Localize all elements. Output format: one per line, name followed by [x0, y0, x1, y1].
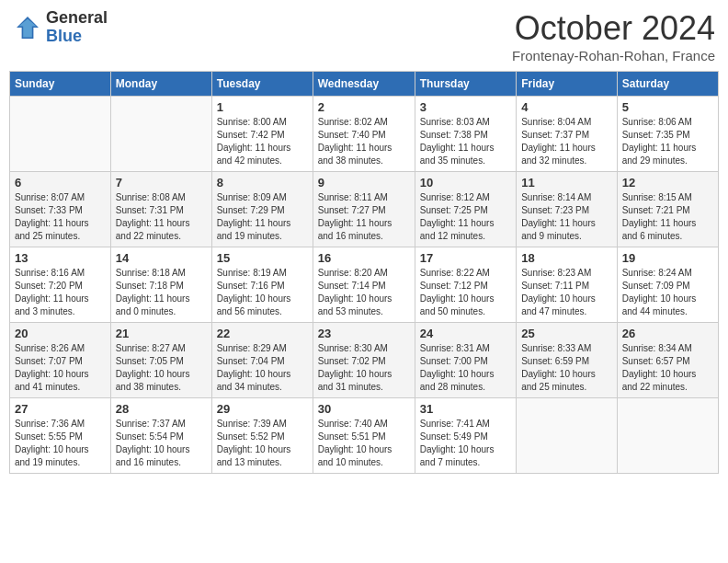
- day-number: 19: [622, 251, 713, 265]
- header-row: SundayMondayTuesdayWednesdayThursdayFrid…: [10, 72, 719, 97]
- calendar-cell: 9Sunrise: 8:11 AM Sunset: 7:27 PM Daylig…: [313, 172, 415, 247]
- calendar-cell: 2Sunrise: 8:02 AM Sunset: 7:40 PM Daylig…: [313, 97, 415, 172]
- calendar-cell: 11Sunrise: 8:14 AM Sunset: 7:23 PM Dayli…: [517, 172, 618, 247]
- cell-details: Sunrise: 8:06 AM Sunset: 7:35 PM Dayligh…: [622, 116, 713, 167]
- calendar-cell: 10Sunrise: 8:12 AM Sunset: 7:25 PM Dayli…: [415, 172, 516, 247]
- svg-marker-1: [18, 18, 36, 37]
- header-day-wednesday: Wednesday: [313, 72, 415, 97]
- cell-details: Sunrise: 7:40 AM Sunset: 5:51 PM Dayligh…: [318, 418, 410, 469]
- day-number: 6: [15, 176, 106, 190]
- cell-details: Sunrise: 8:18 AM Sunset: 7:18 PM Dayligh…: [116, 267, 207, 318]
- logo-icon: [13, 13, 42, 42]
- cell-details: Sunrise: 8:24 AM Sunset: 7:09 PM Dayligh…: [622, 267, 713, 318]
- day-number: 7: [116, 176, 207, 190]
- day-number: 26: [622, 327, 713, 340]
- calendar-cell: 7Sunrise: 8:08 AM Sunset: 7:31 PM Daylig…: [110, 172, 211, 247]
- day-number: 3: [420, 100, 511, 114]
- cell-details: Sunrise: 8:30 AM Sunset: 7:02 PM Dayligh…: [318, 342, 410, 394]
- calendar-cell: 29Sunrise: 7:39 AM Sunset: 5:52 PM Dayli…: [211, 398, 313, 474]
- day-number: 25: [521, 327, 612, 340]
- calendar-cell: [10, 97, 111, 172]
- day-number: 1: [217, 100, 308, 114]
- logo: General Blue: [13, 9, 108, 46]
- week-row-2: 6Sunrise: 8:07 AM Sunset: 7:33 PM Daylig…: [10, 172, 719, 247]
- calendar-cell: 23Sunrise: 8:30 AM Sunset: 7:02 PM Dayli…: [313, 323, 415, 398]
- calendar-cell: 22Sunrise: 8:29 AM Sunset: 7:04 PM Dayli…: [211, 323, 313, 398]
- calendar-cell: 6Sunrise: 8:07 AM Sunset: 7:33 PM Daylig…: [10, 172, 111, 247]
- calendar-cell: 16Sunrise: 8:20 AM Sunset: 7:14 PM Dayli…: [313, 247, 415, 323]
- logo-blue-text: Blue: [46, 28, 108, 46]
- day-number: 9: [318, 176, 410, 190]
- calendar-cell: 5Sunrise: 8:06 AM Sunset: 7:35 PM Daylig…: [617, 97, 718, 172]
- calendar-cell: 18Sunrise: 8:23 AM Sunset: 7:11 PM Dayli…: [517, 247, 618, 323]
- logo-general-text: General: [46, 9, 108, 28]
- day-number: 18: [521, 251, 612, 265]
- calendar-cell: 19Sunrise: 8:24 AM Sunset: 7:09 PM Dayli…: [617, 247, 718, 323]
- cell-details: Sunrise: 8:33 AM Sunset: 6:59 PM Dayligh…: [521, 342, 612, 394]
- calendar-cell: [110, 97, 211, 172]
- day-number: 22: [217, 327, 308, 340]
- day-number: 29: [217, 402, 308, 416]
- cell-details: Sunrise: 8:22 AM Sunset: 7:12 PM Dayligh…: [420, 267, 511, 318]
- calendar-cell: 4Sunrise: 8:04 AM Sunset: 7:37 PM Daylig…: [517, 97, 618, 172]
- calendar-cell: 31Sunrise: 7:41 AM Sunset: 5:49 PM Dayli…: [415, 398, 516, 474]
- cell-details: Sunrise: 8:15 AM Sunset: 7:21 PM Dayligh…: [622, 191, 713, 243]
- cell-details: Sunrise: 8:07 AM Sunset: 7:33 PM Dayligh…: [15, 191, 106, 243]
- day-number: 2: [318, 100, 410, 114]
- calendar-cell: 25Sunrise: 8:33 AM Sunset: 6:59 PM Dayli…: [517, 323, 618, 398]
- day-number: 10: [420, 176, 511, 190]
- day-number: 16: [318, 251, 410, 265]
- day-number: 15: [217, 251, 308, 265]
- calendar-cell: 3Sunrise: 8:03 AM Sunset: 7:38 PM Daylig…: [415, 97, 516, 172]
- week-row-4: 20Sunrise: 8:26 AM Sunset: 7:07 PM Dayli…: [10, 323, 719, 398]
- calendar-cell: 8Sunrise: 8:09 AM Sunset: 7:29 PM Daylig…: [211, 172, 313, 247]
- cell-details: Sunrise: 8:03 AM Sunset: 7:38 PM Dayligh…: [420, 116, 511, 167]
- calendar-cell: 15Sunrise: 8:19 AM Sunset: 7:16 PM Dayli…: [211, 247, 313, 323]
- calendar-cell: 28Sunrise: 7:37 AM Sunset: 5:54 PM Dayli…: [110, 398, 211, 474]
- calendar-cell: 17Sunrise: 8:22 AM Sunset: 7:12 PM Dayli…: [415, 247, 516, 323]
- day-number: 13: [15, 251, 106, 265]
- header-day-sunday: Sunday: [10, 72, 111, 97]
- day-number: 23: [318, 327, 410, 340]
- header-day-monday: Monday: [110, 72, 211, 97]
- cell-details: Sunrise: 8:29 AM Sunset: 7:04 PM Dayligh…: [217, 342, 308, 394]
- cell-details: Sunrise: 7:36 AM Sunset: 5:55 PM Dayligh…: [15, 418, 106, 469]
- calendar-table: SundayMondayTuesdayWednesdayThursdayFrid…: [9, 71, 719, 474]
- day-number: 17: [420, 251, 511, 265]
- day-number: 12: [622, 176, 713, 190]
- cell-details: Sunrise: 8:20 AM Sunset: 7:14 PM Dayligh…: [318, 267, 410, 318]
- cell-details: Sunrise: 8:26 AM Sunset: 7:07 PM Dayligh…: [15, 342, 106, 394]
- calendar-cell: 13Sunrise: 8:16 AM Sunset: 7:20 PM Dayli…: [10, 247, 111, 323]
- cell-details: Sunrise: 8:14 AM Sunset: 7:23 PM Dayligh…: [521, 191, 612, 243]
- calendar-cell: 14Sunrise: 8:18 AM Sunset: 7:18 PM Dayli…: [110, 247, 211, 323]
- week-row-3: 13Sunrise: 8:16 AM Sunset: 7:20 PM Dayli…: [10, 247, 719, 323]
- day-number: 20: [15, 327, 106, 340]
- day-number: 31: [420, 402, 511, 416]
- day-number: 11: [521, 176, 612, 190]
- cell-details: Sunrise: 8:34 AM Sunset: 6:57 PM Dayligh…: [622, 342, 713, 394]
- day-number: 24: [420, 327, 511, 340]
- cell-details: Sunrise: 7:37 AM Sunset: 5:54 PM Dayligh…: [116, 418, 207, 469]
- day-number: 27: [15, 402, 106, 416]
- cell-details: Sunrise: 8:19 AM Sunset: 7:16 PM Dayligh…: [217, 267, 308, 318]
- week-row-1: 1Sunrise: 8:00 AM Sunset: 7:42 PM Daylig…: [10, 97, 719, 172]
- month-title: October 2024: [512, 9, 715, 48]
- cell-details: Sunrise: 8:27 AM Sunset: 7:05 PM Dayligh…: [116, 342, 207, 394]
- cell-details: Sunrise: 8:08 AM Sunset: 7:31 PM Dayligh…: [116, 191, 207, 243]
- cell-details: Sunrise: 8:09 AM Sunset: 7:29 PM Dayligh…: [217, 191, 308, 243]
- calendar-cell: 1Sunrise: 8:00 AM Sunset: 7:42 PM Daylig…: [211, 97, 313, 172]
- title-block: October 2024 Frontenay-Rohan-Rohan, Fran…: [512, 9, 715, 63]
- calendar-cell: 21Sunrise: 8:27 AM Sunset: 7:05 PM Dayli…: [110, 323, 211, 398]
- page-header: General Blue October 2024 Frontenay-Roha…: [9, 9, 719, 63]
- day-number: 8: [217, 176, 308, 190]
- cell-details: Sunrise: 7:41 AM Sunset: 5:49 PM Dayligh…: [420, 418, 511, 469]
- cell-details: Sunrise: 8:16 AM Sunset: 7:20 PM Dayligh…: [15, 267, 106, 318]
- calendar-cell: [517, 398, 618, 474]
- calendar-cell: 27Sunrise: 7:36 AM Sunset: 5:55 PM Dayli…: [10, 398, 111, 474]
- calendar-cell: 30Sunrise: 7:40 AM Sunset: 5:51 PM Dayli…: [313, 398, 415, 474]
- calendar-cell: 20Sunrise: 8:26 AM Sunset: 7:07 PM Dayli…: [10, 323, 111, 398]
- location-title: Frontenay-Rohan-Rohan, France: [512, 48, 715, 63]
- calendar-cell: [617, 398, 718, 474]
- day-number: 30: [318, 402, 410, 416]
- calendar-cell: 12Sunrise: 8:15 AM Sunset: 7:21 PM Dayli…: [617, 172, 718, 247]
